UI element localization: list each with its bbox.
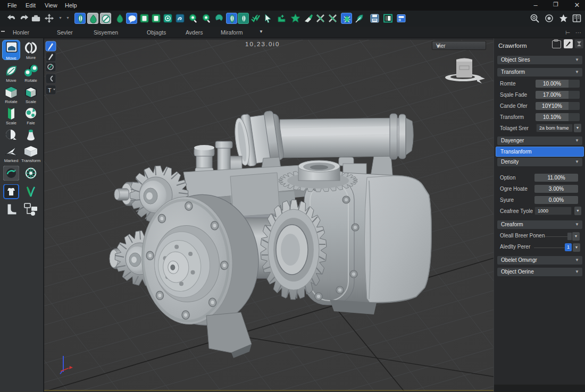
svg-text:T: T xyxy=(48,87,52,93)
